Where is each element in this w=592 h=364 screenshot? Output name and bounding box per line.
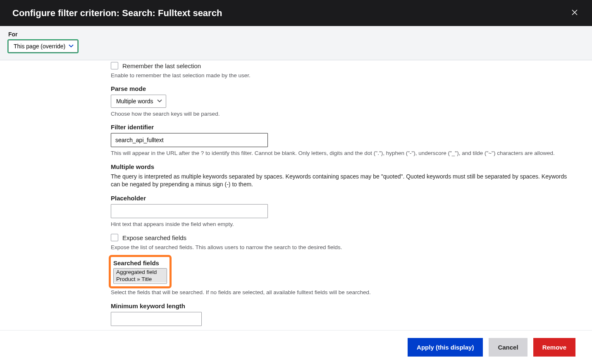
filter-identifier-label: Filter identifier <box>111 124 567 131</box>
minimum-keyword-length-label: Minimum keyword length <box>111 302 567 309</box>
filter-identifier-input[interactable] <box>111 133 268 147</box>
remember-selection-desc: Enable to remember the last selection ma… <box>111 72 567 79</box>
form-scroll-area[interactable]: Remember the last selection Enable to re… <box>0 60 592 330</box>
for-select-wrap: This page (override) <box>8 40 78 52</box>
apply-button[interactable]: Apply (this display) <box>408 338 483 357</box>
modal-header: Configure filter criterion: Search: Full… <box>0 0 592 26</box>
searched-fields-label: Searched fields <box>113 259 167 266</box>
remember-selection-label: Remember the last selection <box>122 62 201 69</box>
multiple-words-heading: Multiple words <box>111 163 567 170</box>
close-icon <box>571 11 578 17</box>
multiple-words-body: The query is interpreted as multiple key… <box>111 173 567 189</box>
parse-mode-desc: Choose how the search keys will be parse… <box>111 110 567 118</box>
minimum-keyword-length-input[interactable] <box>111 312 202 326</box>
for-select[interactable]: This page (override) <box>8 40 78 52</box>
cancel-button[interactable]: Cancel <box>489 338 527 357</box>
placeholder-field: Placeholder Hint text that appears insid… <box>111 195 567 228</box>
expose-searched-fields-desc: Expose the list of searched fields. This… <box>111 244 567 251</box>
filter-identifier-desc: This will appear in the URL after the ? … <box>111 150 567 157</box>
filter-identifier-field: Filter identifier This will appear in th… <box>111 124 567 157</box>
placeholder-input[interactable] <box>111 204 268 218</box>
expose-searched-fields-label: Expose searched fields <box>122 234 186 241</box>
multiple-words-section: Multiple words The query is interpreted … <box>111 163 567 189</box>
searched-fields-select[interactable]: Aggregated field Product » Title <box>113 268 167 284</box>
close-button[interactable] <box>570 7 580 19</box>
minimum-keyword-length-field: Minimum keyword length <box>111 302 567 326</box>
searched-fields-highlight: Searched fields Aggregated field Product… <box>111 257 169 286</box>
searched-fields-field: Searched fields Aggregated field Product… <box>111 257 567 296</box>
expose-searched-fields-field: Expose searched fields Expose the list o… <box>111 234 567 251</box>
searched-fields-option[interactable]: Product » Title <box>114 276 167 283</box>
modal-title: Configure filter criterion: Search: Full… <box>12 8 222 19</box>
remove-button[interactable]: Remove <box>533 338 575 357</box>
placeholder-label: Placeholder <box>111 195 567 202</box>
remember-selection-checkbox[interactable] <box>111 62 118 69</box>
parse-mode-field: Parse mode Multiple words Choose how the… <box>111 85 567 118</box>
modal-footer: Apply (this display) Cancel Remove <box>0 330 592 364</box>
form-body: Remember the last selection Enable to re… <box>0 62 592 330</box>
for-bar: For This page (override) <box>0 26 592 60</box>
for-label: For <box>8 31 584 38</box>
remember-selection-field: Remember the last selection Enable to re… <box>111 62 567 79</box>
expose-searched-fields-checkbox[interactable] <box>111 234 118 241</box>
configure-filter-modal: Configure filter criterion: Search: Full… <box>0 0 592 364</box>
parse-mode-label: Parse mode <box>111 85 567 92</box>
searched-fields-desc: Select the fields that will be searched.… <box>111 289 567 296</box>
searched-fields-option[interactable]: Aggregated field <box>114 269 167 276</box>
placeholder-desc: Hint text that appears inside the field … <box>111 221 567 228</box>
parse-mode-select[interactable]: Multiple words <box>111 95 166 108</box>
